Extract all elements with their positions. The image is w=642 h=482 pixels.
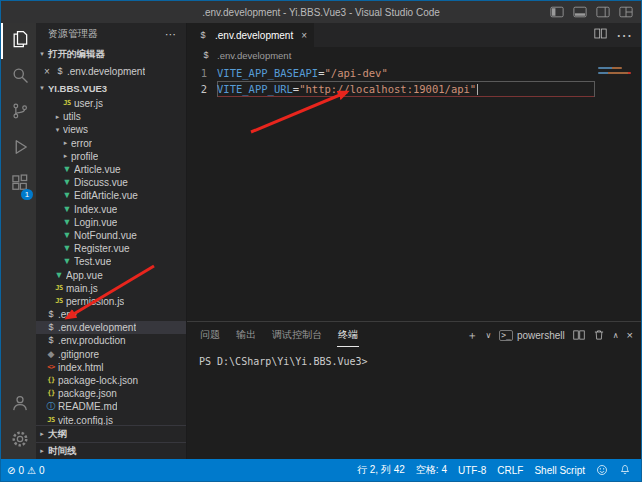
- indentation-button[interactable]: 空格: 4: [416, 463, 447, 477]
- project-section-header[interactable]: ▾ YI.BBS.VUE3: [36, 79, 186, 97]
- readme-icon: ⓘ: [44, 402, 58, 411]
- tree-item[interactable]: $.env.development: [36, 321, 186, 334]
- file-name: user.js: [74, 98, 103, 109]
- tree-item[interactable]: {}package.json: [36, 387, 186, 400]
- views-more-actions-icon[interactable]: ⋯: [165, 28, 176, 41]
- tree-item[interactable]: ▼App.vue: [36, 268, 186, 281]
- tree-item[interactable]: ▼Test.vue: [36, 255, 186, 268]
- file-name: index.html: [58, 362, 104, 373]
- tree-item[interactable]: $.env.production: [36, 334, 186, 347]
- activity-run-debug-button[interactable]: [1, 131, 36, 167]
- terminal-dropdown-chevron-icon[interactable]: ∨: [485, 331, 491, 340]
- tab-env-development[interactable]: $ .env.development ×: [187, 23, 314, 47]
- activity-source-control-button[interactable]: [1, 95, 36, 131]
- tree-item[interactable]: ◆.gitignore: [36, 348, 186, 361]
- panel-tab[interactable]: 调试控制台: [271, 323, 323, 347]
- kill-terminal-icon[interactable]: [593, 329, 605, 341]
- panel-tab[interactable]: 输出: [235, 323, 257, 347]
- panel-tab[interactable]: 终端: [337, 323, 359, 347]
- code-line[interactable]: 1VITE_APP_BASEAPI="/api-dev": [187, 65, 595, 81]
- accounts-button[interactable]: [1, 387, 36, 423]
- breadcrumb[interactable]: $ .env.development: [187, 47, 641, 63]
- language-mode-button[interactable]: Shell Script: [534, 465, 585, 476]
- timeline-section-header[interactable]: ▸ 时间线: [36, 442, 186, 459]
- eol-button[interactable]: CRLF: [497, 465, 523, 476]
- close-panel-icon[interactable]: ×: [627, 329, 633, 341]
- tree-item[interactable]: <>index.html: [36, 361, 186, 374]
- chevron-down-icon: ▾: [36, 84, 48, 92]
- chevron-down-icon: ▾: [36, 50, 48, 58]
- file-name: App.vue: [66, 270, 103, 281]
- editor[interactable]: 1VITE_APP_BASEAPI="/api-dev"2VITE_APP_UR…: [187, 63, 641, 321]
- tree-item[interactable]: JSvite.config.js: [36, 414, 186, 426]
- tree-item[interactable]: ▼Register.vue: [36, 242, 186, 255]
- terminal-picker[interactable]: >_ powershell: [499, 330, 564, 341]
- tree-item[interactable]: ▼Article.vue: [36, 163, 186, 176]
- tree-folder[interactable]: ▸error: [36, 137, 186, 150]
- tree-item[interactable]: {}package-lock.json: [36, 374, 186, 387]
- outline-section-header[interactable]: ▸ 大纲: [36, 425, 186, 442]
- activity-extensions-button[interactable]: 1: [1, 167, 36, 203]
- editor-more-actions-icon[interactable]: ⋯: [616, 26, 632, 45]
- cursor-position-button[interactable]: 行 2, 列 42: [357, 463, 405, 477]
- close-icon[interactable]: ×: [301, 30, 307, 41]
- line-content: VITE_APP_URL="http://localhost:19001/api…: [217, 81, 595, 97]
- minimap[interactable]: [595, 63, 641, 321]
- maximize-panel-icon[interactable]: ∧: [613, 331, 619, 340]
- warning-icon: ⚠: [27, 465, 36, 476]
- file-name: Index.vue: [74, 204, 117, 215]
- folder-name: error: [71, 138, 92, 149]
- js-icon: JS: [52, 285, 66, 292]
- tree-item[interactable]: ▼Login.vue: [36, 216, 186, 229]
- vue-icon: ▼: [60, 257, 74, 266]
- line-number: 2: [187, 81, 217, 97]
- tree-item[interactable]: $.env: [36, 308, 186, 321]
- error-icon: ⊘: [7, 465, 15, 476]
- file-name: Login.vue: [74, 217, 117, 228]
- warning-count: 0: [39, 465, 45, 476]
- folder-name: views: [63, 124, 88, 135]
- split-editor-icon[interactable]: [594, 26, 607, 44]
- encoding-button[interactable]: UTF-8: [458, 465, 486, 476]
- tree-folder[interactable]: ▸profile: [36, 150, 186, 163]
- chevron-down-icon: ▾: [52, 126, 63, 134]
- tree-item[interactable]: ▼Index.vue: [36, 203, 186, 216]
- tree-item[interactable]: ▼Discuss.vue: [36, 176, 186, 189]
- tree-item[interactable]: ▼NotFound.vue: [36, 229, 186, 242]
- tree-item[interactable]: JSmain.js: [36, 282, 186, 295]
- close-icon[interactable]: ×: [41, 66, 53, 77]
- toggle-sidebar-icon[interactable]: [550, 6, 564, 18]
- code-line[interactable]: 2VITE_APP_URL="http://localhost:19001/ap…: [187, 81, 595, 97]
- file-name: Article.vue: [74, 164, 121, 175]
- activity-explorer-button[interactable]: [1, 23, 36, 59]
- run-debug-icon: [10, 137, 30, 161]
- tree-item[interactable]: JSuser.js: [36, 97, 186, 110]
- notifications-bell-icon[interactable]: [619, 464, 631, 476]
- terminal-output[interactable]: PS D:\CSharp\Yi\Yi.BBS.Vue3>: [187, 348, 641, 459]
- open-editor-item[interactable]: ×$.env.development: [36, 63, 186, 79]
- tree-folder[interactable]: ▾views: [36, 123, 186, 136]
- customize-layout-icon[interactable]: [619, 6, 633, 18]
- file-name: .env.development: [67, 66, 145, 77]
- account-icon: [10, 393, 30, 417]
- tree-folder[interactable]: ▸utils: [36, 110, 186, 123]
- vue-icon: ▼: [60, 205, 74, 214]
- feedback-smiley-icon[interactable]: [596, 464, 608, 476]
- tree-item[interactable]: ▼EditArticle.vue: [36, 189, 186, 202]
- file-name: vite.config.js: [58, 415, 113, 425]
- open-editors-section-header[interactable]: ▾ 打开的编辑器: [36, 45, 186, 63]
- new-terminal-icon[interactable]: ＋: [466, 328, 477, 343]
- activity-search-button[interactable]: [1, 59, 36, 95]
- split-terminal-icon[interactable]: [573, 329, 585, 341]
- toggle-panel-icon[interactable]: [573, 6, 587, 18]
- outline-label: 大纲: [48, 428, 67, 441]
- vue-icon: ▼: [60, 231, 74, 240]
- tree-item[interactable]: ⓘREADME.md: [36, 400, 186, 413]
- file-name: permission.js: [66, 296, 124, 307]
- env-icon: $: [44, 323, 58, 332]
- settings-button[interactable]: [1, 423, 36, 459]
- tree-item[interactable]: JSpermission.js: [36, 295, 186, 308]
- problems-button[interactable]: ⊘ 0 ⚠ 0: [7, 465, 44, 476]
- toggle-secondary-sidebar-icon[interactable]: [596, 6, 610, 18]
- panel-tab[interactable]: 问题: [199, 323, 221, 347]
